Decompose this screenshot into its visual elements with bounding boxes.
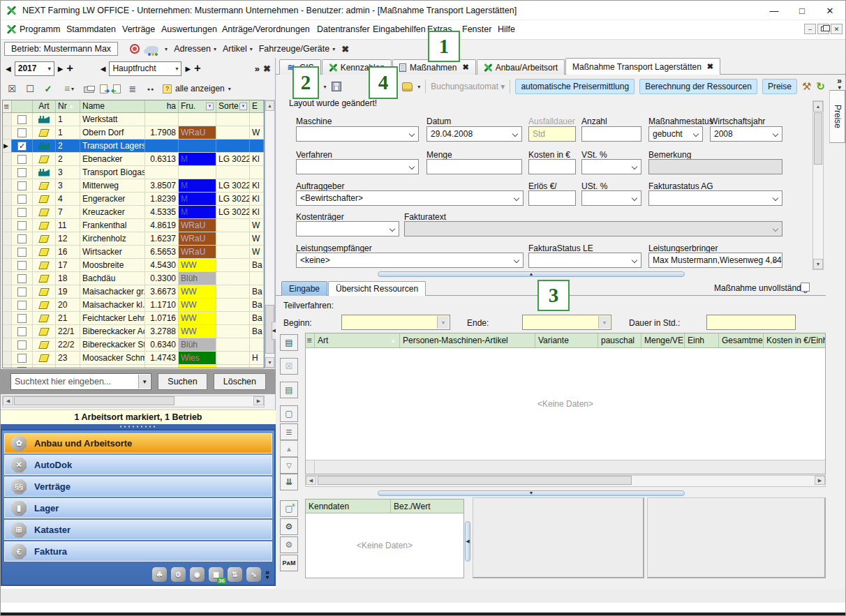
table-row-frankenthal[interactable]: 11Frankenthal4.8619WRaUW <box>3 219 264 232</box>
table-row-wirtsacker[interactable]: 16Wirtsacker6.5653WRaUW <box>3 246 264 259</box>
copy-page-icon[interactable] <box>280 500 298 517</box>
cloud-sync-icon[interactable] <box>146 46 158 54</box>
res-column-menge-ve[interactable]: Menge/VE <box>641 333 685 347</box>
apply-check-icon[interactable] <box>42 82 54 95</box>
row-checkbox[interactable] <box>17 274 27 283</box>
menu-item-vertr-ge[interactable]: Verträge <box>122 24 155 34</box>
menu-item-programm[interactable]: Programm <box>20 24 60 34</box>
res-column-einh[interactable]: Einh <box>685 333 719 347</box>
table-row-transport-lagerst[interactable]: ▶✓2Transport Lagerstä <box>3 140 264 153</box>
add-row-icon[interactable] <box>280 334 298 351</box>
filter-icon[interactable] <box>206 103 214 110</box>
row-checkbox[interactable] <box>17 287 27 296</box>
column-header-name[interactable]: Name <box>80 100 145 112</box>
row-checkbox[interactable] <box>17 340 27 350</box>
mdi-minimize-button[interactable]: – <box>804 24 816 34</box>
tab-close-icon[interactable]: ✖ <box>707 62 713 71</box>
minimize-button[interactable]: — <box>760 1 788 20</box>
row-checkbox[interactable] <box>17 195 27 204</box>
sort-arrows-icon[interactable]: ⇅ <box>228 567 242 582</box>
remove-machine-icon[interactable] <box>280 536 298 553</box>
table-row-mitterweg[interactable]: 3Mitterweg3.8507MLG 30222Kl <box>3 179 264 193</box>
panel-splitter[interactable] <box>1 424 276 429</box>
res-column-art[interactable]: Art▲ <box>315 333 400 347</box>
year-next-icon[interactable]: ▶ <box>58 65 64 73</box>
table-row[interactable]: WW <box>3 365 264 368</box>
dauer-field[interactable] <box>706 315 796 330</box>
settings-dropdown-caret[interactable]: ▾ <box>324 84 327 90</box>
maximize-button[interactable]: □ <box>788 1 816 20</box>
row-checkbox[interactable] <box>17 168 27 177</box>
column-header-nr[interactable]: Nr▲ <box>56 100 80 112</box>
table-row-moosbreite[interactable]: 17Moosbreite4.5430WWBa <box>3 259 264 272</box>
column-header-art[interactable]: Art <box>33 100 56 112</box>
year-add-icon[interactable]: + <box>66 63 73 73</box>
tab-anbau-arbeitsort[interactable]: Anbau/Arbeitsort <box>477 59 565 75</box>
row-checkbox[interactable] <box>17 327 27 336</box>
print-icon[interactable] <box>84 87 94 93</box>
row-checkbox[interactable] <box>17 181 27 190</box>
res-column-pauschal[interactable]: pauschal <box>598 333 641 347</box>
massnahmestatus-combo[interactable]: gebucht <box>648 126 703 142</box>
hscrollbar-thumb[interactable] <box>14 396 175 405</box>
table-row-transport-biogas[interactable]: 3Transport Biogas <box>3 166 264 179</box>
buchungsautomat-dropdown[interactable]: Buchungsautomat ▾ <box>431 82 505 91</box>
filter-list-icon[interactable] <box>60 82 78 95</box>
move-up-icon[interactable] <box>280 440 298 457</box>
table-row-kreuzacker[interactable]: 7Kreuzacker4.5335MLG 30222Kl <box>3 206 264 219</box>
mdi-restore-button[interactable] <box>817 24 829 34</box>
column-header-e[interactable]: E <box>250 100 264 112</box>
anzahl-field[interactable] <box>581 126 641 142</box>
adressen-dropdown[interactable]: Adressen▾ <box>174 44 216 54</box>
year-combo[interactable]: 2017▾ <box>15 61 54 76</box>
res-column-kosten-in-einh[interactable]: Kosten in €/Einh <box>764 333 825 347</box>
automatische-preisermittlung-button[interactable]: automatische Preisermittlung <box>515 79 634 94</box>
new-page-icon[interactable] <box>280 405 298 422</box>
aggregate-icon[interactable] <box>280 474 298 490</box>
kostentraeger-combo[interactable] <box>296 221 399 236</box>
ausfalldauer-field[interactable]: Std <box>528 126 576 142</box>
select-box-icon[interactable] <box>24 82 36 95</box>
fields-table-hscrollbar[interactable]: ◀ ▶ <box>2 396 265 407</box>
table-row-bachd-u[interactable]: 18Bachdäu0.3300Blüh <box>3 272 264 285</box>
ressourcen-hscrollbar[interactable]: ◀ ▶ <box>305 475 826 487</box>
delete-row-icon[interactable] <box>280 358 298 375</box>
export-icon[interactable] <box>100 84 107 93</box>
form-splitter[interactable]: ▲ <box>378 271 685 277</box>
deselect-all-icon[interactable] <box>6 82 18 95</box>
res-column-variante[interactable]: Variante <box>535 333 598 347</box>
filter-prev-icon[interactable]: ◀ <box>101 65 106 73</box>
column-header-fru[interactable]: Fru. <box>179 100 216 112</box>
tab-eingabe[interactable]: Eingabe <box>281 281 327 296</box>
pam-icon[interactable]: PᴀM <box>280 555 298 571</box>
menu-item-fenster[interactable]: Fenster <box>462 24 491 34</box>
leaf-icon[interactable]: ☘ <box>152 567 167 582</box>
kenndaten-splitter[interactable]: ◀ <box>465 521 470 562</box>
sidebar-item-anbau-und-arbeitsorte[interactable]: ✿Anbau und Arbeitsorte <box>4 433 272 453</box>
move-down-icon[interactable] <box>280 457 298 474</box>
booking-dropdown-caret[interactable]: ▾ <box>417 84 420 90</box>
menu-item-auswertungen[interactable]: Auswertungen <box>161 24 217 34</box>
sidebar-item-vertr-ge[interactable]: §§Verträge <box>4 476 272 497</box>
tab-ma-nahme-transport-lagerst-tten[interactable]: Maßnahme Transport Lagerstätten✖ <box>565 58 720 75</box>
table-row-obern-dorf[interactable]: 1Obern Dorf1.7908WRaUW <box>3 126 264 140</box>
kosten-field[interactable] <box>528 159 576 174</box>
row-checkbox[interactable] <box>17 354 27 363</box>
row-checkbox[interactable] <box>17 301 27 310</box>
unvollstaendig-checkbox[interactable] <box>801 283 810 292</box>
table-row-feichtacker-lehm[interactable]: 21Feichtacker Lehm1.0716WWBa <box>3 312 264 325</box>
bez-wert-header[interactable]: Bez./Wert <box>391 499 463 513</box>
crop-filter-combo[interactable]: Hauptfrucht▾ <box>109 61 181 76</box>
fahrzeuge-geraete-dropdown[interactable]: Fahrzeuge/Geräte▾ <box>259 44 335 54</box>
filter-icon[interactable] <box>239 103 247 110</box>
form-scrollbar[interactable]: ▲ ▼ <box>812 100 824 270</box>
erloes-field[interactable] <box>528 190 576 206</box>
row-checkbox[interactable] <box>17 221 27 230</box>
year-prev-icon[interactable]: ◀ <box>6 65 11 73</box>
vst-combo[interactable] <box>581 159 641 174</box>
row-checkbox[interactable] <box>17 261 27 270</box>
table-row-bibereckacker-acke[interactable]: 22/1Bibereckacker Acke3.2788WWBa <box>3 325 264 338</box>
table-row-engeracker[interactable]: 4Engeracker1.8239MLG 30222Kl <box>3 193 264 206</box>
coil-icon[interactable]: ∿ <box>246 567 261 582</box>
table-row-maisachacker-gr[interactable]: 19Maisachacker gr.3.6673WWBa <box>3 285 264 299</box>
